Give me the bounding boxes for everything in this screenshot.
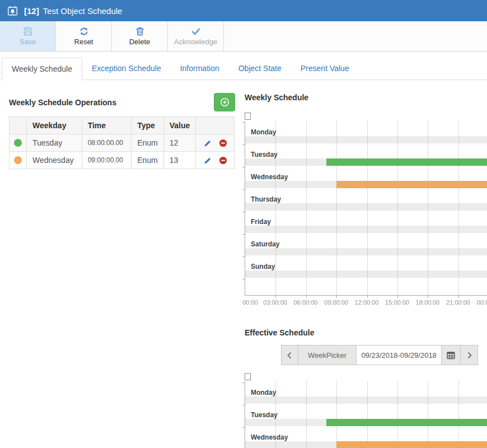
empty-checkbox-icon[interactable] <box>245 113 251 120</box>
schedule-charts-panel: Weekly Schedule MondayTuesdayWednesdayTh… <box>245 93 487 448</box>
table-row: Wednesday 09:00:00.00 Enum 13 <box>10 152 235 169</box>
row-color-cell <box>10 152 27 169</box>
day-label: Thursday <box>251 195 281 203</box>
week-prev-button[interactable] <box>282 346 298 365</box>
y-axis-tick <box>242 279 245 279</box>
y-axis-tick <box>242 144 245 145</box>
gridline <box>428 121 428 295</box>
day-track <box>245 226 487 233</box>
chart-day-row: Wednesday <box>245 167 487 189</box>
day-track <box>245 270 487 278</box>
calendar-button[interactable] <box>442 346 461 365</box>
chart-day-row: Friday <box>245 212 487 234</box>
x-axis-label: 06:00:00 <box>294 299 318 306</box>
save-floppy-icon <box>23 26 33 36</box>
actions-cell <box>196 134 235 152</box>
effective-chart-heading: Effective Schedule <box>245 328 487 337</box>
remove-button[interactable] <box>219 156 227 165</box>
day-label: Monday <box>251 389 276 396</box>
table-row: Tuesday 08:00:00.00 Enum 12 <box>10 134 235 152</box>
status-dot <box>14 156 22 164</box>
chart-plot-area: MondayTuesdayWednesdayThursdayFridaySatu… <box>245 121 487 296</box>
x-axis-label: 00:00:00 <box>477 299 487 306</box>
edit-pencil-icon <box>203 139 212 147</box>
save-button[interactable]: Save <box>0 21 56 51</box>
save-label: Save <box>20 38 36 46</box>
chart-day-row: Tuesday <box>245 144 487 167</box>
schedule-bar[interactable] <box>326 158 487 166</box>
edit-button[interactable] <box>203 139 212 147</box>
schedule-bar[interactable] <box>336 181 487 188</box>
window-titlebar: [12] Test Object Schedule <box>0 0 487 21</box>
status-dot <box>14 139 22 147</box>
chart-day-row: Wednesday <box>245 427 487 448</box>
x-axis-label: 12:00:00 <box>355 299 379 306</box>
remove-minus-circle-icon <box>219 139 227 147</box>
gridline <box>458 381 459 448</box>
toolbar: Save Reset Delete <box>0 21 487 52</box>
schedule-bar[interactable] <box>336 441 487 448</box>
reset-button[interactable]: Reset <box>56 21 112 51</box>
y-axis-tick <box>242 189 245 190</box>
gridline <box>275 121 276 295</box>
x-axis-label: 15:00:00 <box>385 299 409 306</box>
week-picker-label: WeekPicker <box>298 346 357 365</box>
y-axis-tick <box>242 122 245 123</box>
effective-schedule-chart: MondayTuesdayWednesdayThursdayFridaySatu… <box>245 373 487 448</box>
gridline <box>428 381 428 448</box>
empty-checkbox-icon[interactable] <box>245 373 251 380</box>
time-column-header: Time <box>82 117 132 134</box>
main-content: Weekly Schedule Operations W <box>0 80 487 448</box>
tab-exception-schedule[interactable]: Exception Schedule <box>82 58 171 80</box>
operations-panel: Weekly Schedule Operations W <box>9 93 235 448</box>
week-next-button[interactable] <box>461 346 477 365</box>
delete-label: Delete <box>129 38 151 46</box>
value-cell: 13 <box>163 152 196 169</box>
add-operation-button[interactable] <box>214 93 235 111</box>
calendar-icon <box>446 351 456 360</box>
week-range-input[interactable] <box>357 346 442 365</box>
chart-rows: MondayTuesdayWednesdayThursdayFridaySatu… <box>245 122 487 279</box>
weekday-cell: Tuesday <box>27 134 82 152</box>
edit-button[interactable] <box>203 156 212 165</box>
schedule-bar[interactable] <box>326 419 487 426</box>
delete-button[interactable]: Delete <box>112 21 168 51</box>
y-axis-tick <box>242 256 245 257</box>
gridline <box>397 121 398 295</box>
acknowledge-button[interactable]: Acknowledge <box>168 21 224 51</box>
chart-day-row: Thursday <box>245 189 487 212</box>
chart-day-row: Tuesday <box>245 405 487 427</box>
table-header-row: Weekday Time Type Value <box>10 117 235 134</box>
gridline <box>458 121 459 295</box>
type-cell: Enum <box>132 134 164 152</box>
tab-weekly-schedule[interactable]: Weekly Schedule <box>2 58 82 80</box>
remove-button[interactable] <box>219 139 227 147</box>
day-label: Monday <box>251 128 276 136</box>
tab-information[interactable]: Information <box>171 58 229 80</box>
object-id-badge: [12] <box>24 6 39 16</box>
day-label: Tuesday <box>251 151 278 158</box>
time-cell: 08:00:00.00 <box>82 134 132 152</box>
reset-label: Reset <box>74 38 93 46</box>
refresh-icon <box>79 26 89 36</box>
chart-plot-area: MondayTuesdayWednesdayThursdayFridaySatu… <box>245 381 487 448</box>
y-axis-tick <box>242 427 245 428</box>
day-track <box>245 136 487 143</box>
day-label: Wednesday <box>251 433 288 441</box>
tab-object-state[interactable]: Object State <box>229 58 291 80</box>
type-cell: Enum <box>132 152 164 169</box>
y-axis-tick <box>242 405 245 405</box>
weekday-column-header: Weekday <box>27 117 82 134</box>
chart-day-row: Monday <box>245 122 487 144</box>
acknowledge-label: Acknowledge <box>174 38 217 46</box>
day-label: Saturday <box>251 240 279 248</box>
day-label: Wednesday <box>251 173 288 181</box>
gridline <box>367 381 368 448</box>
value-cell: 12 <box>163 134 196 152</box>
type-column-header: Type <box>132 117 164 134</box>
operations-table: Weekday Time Type Value Tuesday 08:00:00… <box>9 116 235 169</box>
weekday-cell: Wednesday <box>27 152 82 169</box>
chart-day-row: Sunday <box>245 256 487 279</box>
day-label: Sunday <box>251 263 275 270</box>
tab-present-value[interactable]: Present Value <box>291 58 359 80</box>
